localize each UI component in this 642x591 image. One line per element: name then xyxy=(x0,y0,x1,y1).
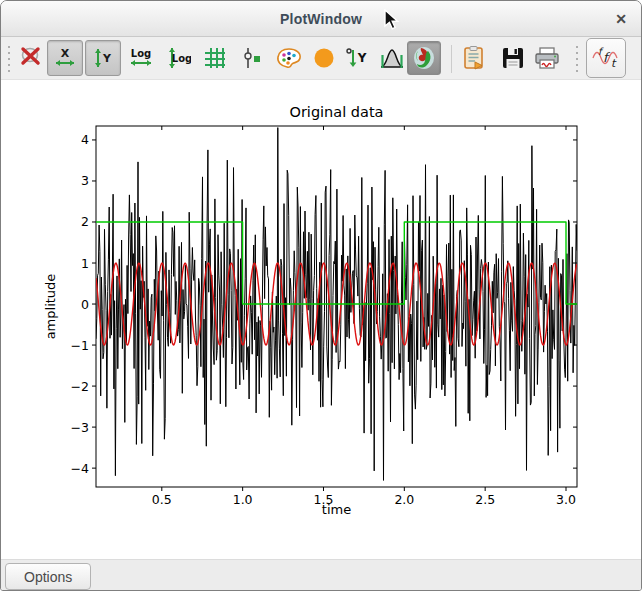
toolbar-grip-icon-2[interactable] xyxy=(574,45,580,73)
y-tick-label: 3 xyxy=(81,173,89,188)
y-tick-label: 0 xyxy=(81,297,89,312)
y-vertical-arrows-icon: Y xyxy=(90,45,116,71)
close-button[interactable]: ✕ xyxy=(611,9,631,29)
figure[interactable]: Original datatimeamplitude0.51.01.52.02.… xyxy=(1,80,641,559)
y-tick-label: −1 xyxy=(71,338,89,353)
floppy-disk-icon xyxy=(500,45,526,71)
peaks-button[interactable] xyxy=(374,40,410,76)
plot-window: PlotWindow ✕ X xyxy=(0,0,642,591)
titlebar[interactable]: PlotWindow ✕ xyxy=(1,1,641,37)
fft-letter-t: t xyxy=(611,57,617,70)
autoscale-y-label: Y xyxy=(102,52,112,65)
log-x-button[interactable]: Log xyxy=(123,40,159,76)
bottom-bar: Options xyxy=(1,559,641,591)
x-tick-label: 3.0 xyxy=(556,492,576,507)
log-x-label: Log xyxy=(131,48,151,59)
y-tick-label: −4 xyxy=(71,461,89,476)
plot-title: Original data xyxy=(289,104,383,120)
toolbar-grip-icon[interactable] xyxy=(6,45,12,73)
y-tick-label: 2 xyxy=(81,214,89,229)
curve-markers-icon xyxy=(239,45,265,71)
toolbar: X Y Log xyxy=(1,37,641,80)
plot-canvas: Original datatimeamplitude0.51.01.52.02.… xyxy=(1,80,641,559)
fft-sine-icon: f f t xyxy=(591,43,621,73)
cancel-zoom-button[interactable] xyxy=(14,40,50,76)
orange-circle-icon xyxy=(311,45,337,71)
save-button[interactable] xyxy=(495,40,531,76)
reverse-y-axis-button[interactable]: Y xyxy=(339,40,375,76)
x-horizontal-arrows-icon: X xyxy=(52,45,78,71)
y-tick-label: −3 xyxy=(71,420,89,435)
x-tick-label: 1.0 xyxy=(233,492,253,507)
log-y-label: Log xyxy=(172,53,191,64)
palette-icon xyxy=(275,45,303,71)
color-palette-button[interactable] xyxy=(271,40,307,76)
print-button[interactable] xyxy=(529,40,565,76)
curve-markers-button[interactable] xyxy=(234,40,270,76)
grid-icon xyxy=(202,45,228,71)
window-title: PlotWindow xyxy=(280,11,362,27)
y-tick-label: 4 xyxy=(81,132,89,147)
y-axis-label: amplitude xyxy=(43,274,58,340)
copy-to-clipboard-button[interactable] xyxy=(456,40,492,76)
swirl-icon xyxy=(411,45,437,71)
y-tick-label: −2 xyxy=(71,379,89,394)
log-horizontal-arrow-icon: Log xyxy=(128,45,154,71)
lens-red-cross-icon xyxy=(19,45,45,71)
autoscale-x-button[interactable]: X xyxy=(47,40,83,76)
x-tick-label: 0.5 xyxy=(152,492,172,507)
options-button[interactable]: Options xyxy=(5,563,91,590)
x-tick-label: 1.5 xyxy=(314,492,334,507)
toolbar-separator xyxy=(451,45,452,73)
x-tick-label: 2.5 xyxy=(475,492,495,507)
log-vertical-arrow-icon: Log xyxy=(165,45,191,71)
printer-icon xyxy=(533,45,561,71)
fft-toggle-button[interactable]: f f t xyxy=(586,38,626,78)
autoscale-y-button[interactable]: Y xyxy=(85,40,121,76)
grid-button[interactable] xyxy=(197,40,233,76)
reverse-y-label: Y xyxy=(357,51,367,65)
clipboard-icon xyxy=(461,45,487,71)
gaussian-curve-icon xyxy=(379,45,405,71)
log-y-button[interactable]: Log xyxy=(160,40,196,76)
autoscale-x-label: X xyxy=(61,47,70,60)
x-tick-label: 2.0 xyxy=(394,492,414,507)
contrast-button[interactable] xyxy=(407,41,441,75)
y-down-arrow-icon: Y xyxy=(344,45,370,71)
y-tick-label: 1 xyxy=(81,256,89,271)
symbol-color-button[interactable] xyxy=(306,40,342,76)
